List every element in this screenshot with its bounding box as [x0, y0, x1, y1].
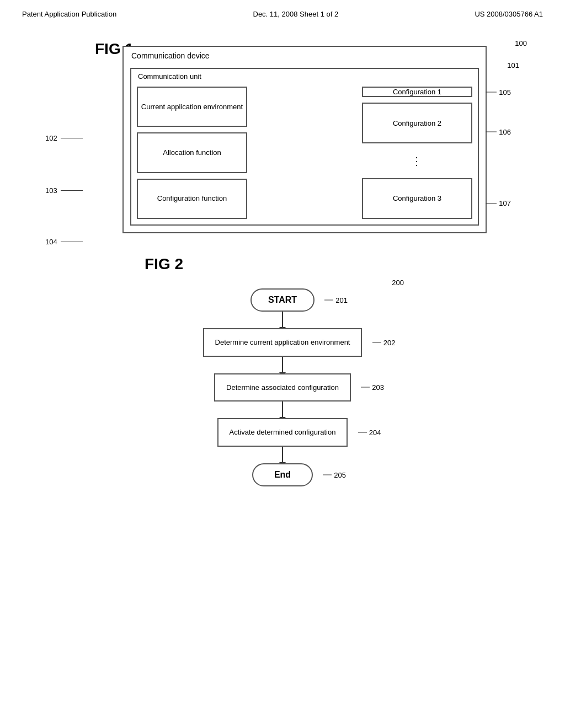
- page-header: Patent Application Publication Dec. 11, …: [0, 0, 565, 24]
- step204-box: Activate determined configuration: [217, 418, 348, 447]
- start-node: START 201: [250, 288, 315, 312]
- ref-100: 100: [512, 39, 527, 47]
- config2-box: Configuration 2: [362, 103, 472, 143]
- header-right: US 2008/0305766 A1: [475, 10, 543, 18]
- comm-device-label: Communication device: [131, 51, 210, 60]
- left-column: Current application environment Allocati…: [137, 87, 247, 219]
- right-column: Configuration 1 105 Configuration 2 106: [362, 87, 472, 219]
- start-terminal: START: [250, 288, 315, 312]
- comm-device-box: Communication device 100 Communication u…: [122, 46, 487, 233]
- step203-box: Determine associated configuration: [214, 373, 351, 402]
- arrow-1: [282, 312, 283, 328]
- config2-3-wrapper: Configuration 2 106 ⋮ Configuration 3: [362, 103, 472, 219]
- arrow-2: [282, 357, 283, 373]
- end-node: End 205: [252, 463, 313, 486]
- configuration-function-box: Configuration function: [137, 179, 247, 219]
- ref-105: 105: [486, 88, 511, 96]
- allocation-function-box: Allocation function: [137, 132, 247, 173]
- config1-box: Configuration 1: [362, 87, 472, 97]
- step-203: Determine associated configuration 203: [214, 373, 351, 402]
- ref-201: 201: [324, 296, 348, 304]
- fig2-label: FIG 2: [145, 255, 183, 273]
- step-204: Activate determined configuration 204: [217, 418, 348, 447]
- ref-203: 203: [361, 383, 384, 392]
- fig2-diagram: FIG 2 200 START 201 Determine current ap…: [145, 255, 420, 486]
- current-app-env-box: Current application environment: [137, 87, 247, 127]
- ref-104: 104: [45, 238, 83, 246]
- header-left: Patent Application Publication: [22, 10, 116, 18]
- config3-box: Configuration 3: [362, 178, 472, 219]
- step-202: Determine current application environmen…: [203, 328, 363, 357]
- arrow-3: [282, 402, 283, 418]
- comm-unit-label: Communication unit: [138, 72, 201, 81]
- ref-200: 200: [392, 279, 404, 287]
- fig1-diagram: FIG 1 102 103 104 Communication device 1…: [95, 46, 470, 233]
- ref-205: 205: [323, 470, 346, 479]
- ref-101: 101: [507, 61, 519, 69]
- dots-separator: ⋮: [362, 149, 472, 172]
- ref-106: 106: [486, 127, 511, 136]
- ref-204: 204: [358, 428, 381, 436]
- comm-unit-box: Communication unit 101 Current applicati…: [130, 68, 479, 226]
- flowchart: START 201 Determine current application …: [145, 255, 420, 486]
- arrow-4: [282, 447, 283, 463]
- header-center: Dec. 11, 2008 Sheet 1 of 2: [253, 10, 339, 18]
- end-terminal: End: [252, 463, 313, 486]
- ref-107: 107: [486, 199, 511, 207]
- step202-box: Determine current application environmen…: [203, 328, 363, 357]
- ref-102: 102: [45, 134, 83, 142]
- config1-wrapper: Configuration 1 105: [362, 87, 472, 97]
- ref-103: 103: [45, 186, 83, 195]
- ref-202: 202: [372, 338, 396, 346]
